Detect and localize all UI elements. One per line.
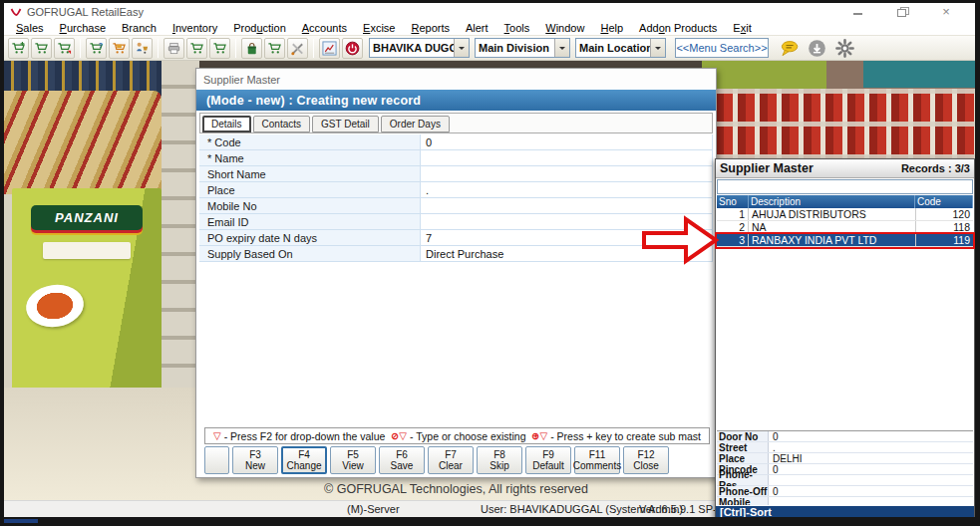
close-icon[interactable]: × — [939, 6, 953, 18]
fkey-button-f7[interactable]: F7Clear — [428, 446, 474, 474]
menu-item-exit[interactable]: Exit — [725, 22, 759, 34]
field-label: Place — [199, 182, 421, 197]
toolbar-button-shutdown[interactable] — [342, 38, 363, 59]
cart-new-icon — [11, 41, 26, 56]
toolbar-button-cart-delete[interactable] — [54, 38, 75, 59]
field-value[interactable] — [421, 166, 712, 181]
cart-list-icon — [212, 41, 227, 56]
column-header-code[interactable]: Code — [915, 195, 973, 208]
toolbar-button-feedback-chat[interactable] — [778, 37, 800, 59]
division-combo[interactable]: Main Division — [475, 38, 570, 58]
menu-search-input[interactable] — [675, 38, 769, 58]
fkey-button-f11[interactable]: F11Comments — [574, 446, 620, 474]
menu-item-alert[interactable]: Alert — [458, 22, 496, 34]
pasta-plate — [23, 281, 86, 331]
user-combo[interactable]: BHAVIKA DUGGA — [369, 38, 470, 58]
location-combo-value: Main Location — [576, 39, 650, 57]
lookup-header: Supplier Master Records : 3/3 — [716, 159, 974, 178]
restore-icon[interactable] — [895, 6, 909, 18]
toolbar-button-printer[interactable] — [163, 38, 184, 59]
toolbar-button-customer-supplier[interactable] — [132, 38, 153, 59]
form-row: * Name — [199, 150, 712, 166]
fkey-button-f12[interactable]: F12Close — [623, 446, 669, 474]
fkey-button-f5[interactable]: F5View — [330, 446, 376, 474]
printer-icon — [166, 41, 181, 56]
records-count: Records : 3/3 — [901, 162, 970, 174]
field-value[interactable] — [421, 198, 712, 213]
fkey-button-f4[interactable]: F4Change — [281, 446, 327, 474]
menu-item-reports[interactable]: Reports — [403, 22, 458, 34]
combo-dropdown-icon[interactable] — [554, 39, 569, 57]
fkey-button-f3[interactable]: F3New — [232, 446, 278, 474]
menu-item-production[interactable]: Production — [225, 22, 294, 34]
toolbar-button-cart-open[interactable] — [31, 38, 52, 59]
menu-item-help[interactable]: Help — [592, 22, 631, 34]
field-label: Mobile No — [199, 198, 421, 213]
toolbar-separator — [80, 39, 81, 58]
cart-transfer-icon — [112, 41, 127, 56]
ctrl-sort-bar: [Ctrl]-Sort — [716, 505, 974, 517]
app-logo-icon — [10, 6, 22, 18]
hint-dropdown: ▽ - Press F2 for drop-down the value — [213, 430, 385, 442]
menu-item-purchase[interactable]: Purchase — [52, 22, 114, 34]
cell-sno: 3 — [717, 234, 749, 246]
menu-item-inventory[interactable]: Inventory — [164, 22, 225, 34]
toolbar-button-cart-new[interactable] — [8, 38, 29, 59]
cell-description: RANBAXY INDIA PVT LTD — [749, 234, 915, 246]
fkey-button-f9[interactable]: F9Default — [525, 446, 571, 474]
fkey-label: F3 — [249, 449, 261, 461]
supplier-master-window: Supplier Master (Mode - new) : Creating … — [195, 68, 717, 478]
lookup-search-input[interactable] — [717, 179, 973, 194]
cart-help-icon: ? — [89, 41, 104, 56]
location-combo[interactable]: Main Location — [575, 38, 666, 58]
toolbar-separator — [235, 39, 236, 58]
lookup-row[interactable]: 2NA118 — [717, 221, 973, 234]
feedback-chat-icon — [780, 39, 799, 58]
menu-item-tools[interactable]: Tools — [496, 22, 538, 34]
toolbar-button-cart-misc[interactable] — [264, 38, 285, 59]
minimize-icon[interactable] — [851, 6, 865, 18]
toolbar-separator — [158, 39, 159, 58]
column-header-description[interactable]: Description — [749, 195, 915, 208]
fkey-button-f8[interactable]: F8Skip — [477, 446, 522, 474]
form-row: PO expiry date N days7 — [199, 230, 712, 246]
pasta-stack — [4, 91, 162, 194]
fkey-button-blank[interactable] — [204, 446, 229, 474]
toolbar-button-stock-bag[interactable] — [241, 38, 262, 59]
settings-tools-icon — [290, 41, 305, 56]
toolbar-button-settings-tools[interactable] — [287, 38, 308, 59]
tab-order-days[interactable]: Order Days — [381, 116, 450, 132]
menu-item-window[interactable]: Window — [537, 22, 592, 34]
choose-existing-icon: ⊘▽ — [391, 430, 407, 441]
toolbar-button-cart-view[interactable] — [186, 38, 207, 59]
menu-item-addon-products[interactable]: Addon Products — [631, 22, 725, 34]
column-header-sno[interactable]: Sno — [717, 195, 749, 208]
toolbar-button-cart-help[interactable]: ? — [86, 38, 107, 59]
toolbar-button-settings-gear[interactable] — [833, 37, 855, 59]
division-combo-value: Main Division — [476, 39, 554, 57]
field-value[interactable]: 0 — [421, 134, 712, 149]
tab-details[interactable]: Details — [202, 116, 251, 132]
menu-item-branch[interactable]: Branch — [114, 22, 164, 34]
fkey-button-f6[interactable]: F6Save — [379, 446, 425, 474]
lookup-row[interactable]: 1AHUJA DISTRIBUTORS120 — [717, 208, 973, 221]
toolbar-button-updates-download[interactable] — [806, 37, 827, 59]
combo-dropdown-icon[interactable] — [454, 39, 469, 57]
toolbar-button-cart-list[interactable] — [209, 38, 230, 59]
field-value[interactable]: . — [421, 182, 712, 197]
menu-item-excise[interactable]: Excise — [355, 22, 403, 34]
menu-item-sales[interactable]: Sales — [8, 22, 52, 34]
toolbar-icons: ? — [7, 38, 364, 59]
field-value[interactable] — [421, 150, 712, 165]
lookup-table-rows: 1AHUJA DISTRIBUTORS1202NA1183RANBAXY IND… — [717, 208, 973, 247]
lookup-row-selected[interactable]: 3RANBAXY INDIA PVT LTD119 — [717, 234, 973, 247]
toolbar-button-cart-transfer[interactable] — [109, 38, 130, 59]
combo-dropdown-icon[interactable] — [650, 39, 665, 57]
fkey-action-label: New — [245, 460, 265, 472]
cell-code: 120 — [915, 208, 973, 220]
menu-item-accounts[interactable]: Accounts — [294, 22, 355, 34]
cell-code: 119 — [915, 234, 973, 246]
tab-gst-detail[interactable]: GST Detail — [312, 116, 379, 132]
toolbar-button-sales-chart[interactable] — [319, 38, 340, 59]
tab-contacts[interactable]: Contacts — [253, 116, 310, 132]
